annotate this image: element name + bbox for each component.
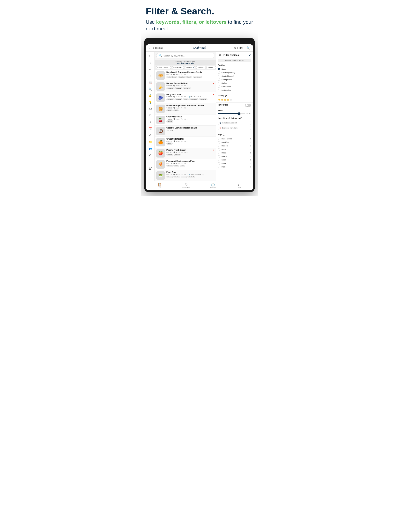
- filter-button[interactable]: ⚙ Filter: [233, 46, 244, 50]
- star-5[interactable]: ★: [230, 98, 232, 101]
- sidebar-item-swap[interactable]: ⇄: [147, 66, 154, 72]
- recipe-tags: Dessert Snacks: [166, 154, 212, 156]
- sort-option-last-cooked[interactable]: Last Cooked: [218, 89, 251, 92]
- tag-count-dessert: 2: [250, 145, 251, 147]
- list-item[interactable]: 🍌 Banana Smoothie Bowl ✂ 00:05 🍳 00:00 ☆…: [155, 81, 216, 92]
- includes-ingredient-input[interactable]: [222, 122, 250, 124]
- list-item[interactable]: 🥗 Poke Bowl ✂ 00:15 🍳 00:10 ☆ 5 🍽 2 🔗 Th…: [155, 170, 216, 181]
- list-item[interactable]: 🍕 Pepperoni Mediterranean Pizza ✂ 00:18 …: [155, 159, 216, 170]
- sort-option-cook-count[interactable]: Cook Count: [218, 85, 251, 89]
- sidebar-item-lock[interactable]: 🔒: [147, 93, 154, 99]
- tag-filter-row: Baked Goods 1 Breakfast 3 Dessert 2 Dinn…: [155, 65, 216, 70]
- tag-filter-dinner[interactable]: Dinner 3: [218, 148, 251, 151]
- sidebar-item-expand[interactable]: ›: [147, 174, 154, 180]
- search-input-wrap[interactable]: 🔍: [156, 53, 214, 58]
- recipe-tags: Dessert: [166, 120, 214, 122]
- tag-filter-drinks[interactable]: Drinks 1: [218, 151, 251, 155]
- tag-filter-label-breakfast: Breakfast: [221, 141, 229, 143]
- sort-option-name[interactable]: Name: [218, 67, 251, 71]
- rating-stars[interactable]: ★ ★ ★ ★ ★: [218, 98, 251, 101]
- star-4[interactable]: ★: [227, 98, 229, 101]
- sidebar-item-export[interactable]: ↦: [147, 53, 154, 59]
- tag-filter-label-drinks: Drinks: [221, 152, 227, 154]
- tag-filter-baked-goods[interactable]: Baked Goods 1: [218, 137, 251, 141]
- star-3[interactable]: ★: [224, 98, 226, 101]
- bottom-nav-all[interactable]: 📋 All: [146, 183, 173, 189]
- star-1[interactable]: ★: [218, 98, 220, 101]
- list-item[interactable]: 🍊 Grapefruit Mocktail ✂ 00:10 🍳 00:00 ☆ …: [155, 137, 216, 148]
- recipe-info: Cherry Ice cream ✂ 00:05 🍳 00:00 ☆ 5 🍽 6…: [166, 116, 214, 122]
- favourites-label: Favourites: [218, 104, 228, 106]
- list-item[interactable]: 🫐 Berry Acai Bowl ✂ 00:05 🍳 00:05 ☆ 5 🍽 …: [155, 92, 216, 103]
- prep-time: ✂ 00:05: [166, 85, 172, 87]
- sort-option-newest[interactable]: Created (newest): [218, 71, 251, 74]
- top-bar: ‹ ⊞ Display CookBook ⚙ Filter 🔍: [146, 44, 253, 52]
- recipe-meta: ✂ 00:05 🍳 00:10 ☆ 4 🍽 6: [166, 152, 212, 153]
- tag: Healthy: [175, 87, 182, 89]
- sort-option-rating[interactable]: Rating: [218, 81, 251, 85]
- tag: Italian: [174, 165, 180, 167]
- list-item[interactable]: 🥯 Bagels with Poppy and Sesame Seeds ✂ 0…: [155, 70, 216, 81]
- tag-filter-meat[interactable]: Meat 2: [218, 165, 251, 169]
- recipe-list: 🥯 Bagels with Poppy and Sesame Seeds ✂ 0…: [155, 70, 216, 181]
- tag-chip-breakfast[interactable]: Breakfast 3: [172, 66, 184, 69]
- sidebar-item-heart[interactable]: ♡: [147, 112, 154, 119]
- list-item[interactable]: 🍒 Cherry Ice cream ✂ 00:05 🍳 00:00 ☆ 5 🍽…: [155, 114, 216, 126]
- time-slider-track[interactable]: [218, 113, 245, 114]
- sidebar-item-calendar[interactable]: 📅: [147, 126, 154, 132]
- sidebar-item-tag[interactable]: 🏷: [147, 106, 154, 112]
- includes-ingredient-wrap: ⊕: [218, 121, 251, 125]
- sidebar-item-folder[interactable]: 📁: [147, 139, 154, 145]
- recipe-meta: ✂ 00:18 🍳 00:20 ☆ 5 🍽 2: [166, 163, 214, 164]
- sidebar-item-add[interactable]: +: [147, 73, 154, 79]
- search-magnifier-icon: 🔍: [158, 54, 162, 57]
- tag-count-dinner: 3: [250, 148, 251, 150]
- tag-chip-drinks[interactable]: Drinks 1: [206, 66, 216, 69]
- sidebar-item-search[interactable]: 🔍: [147, 86, 154, 92]
- favourites-toggle[interactable]: [245, 104, 251, 107]
- sidebar-item-timer[interactable]: ⏱: [147, 132, 154, 139]
- sidebar-item-settings[interactable]: ⚙: [147, 152, 154, 158]
- back-button[interactable]: ‹: [148, 46, 151, 50]
- tag-chip-dessert[interactable]: Dessert 2: [185, 66, 195, 69]
- tag-filter-italian[interactable]: Italian 1: [218, 158, 251, 162]
- sort-option-updated[interactable]: Last updated: [218, 78, 251, 81]
- sort-label-oldest: Created (oldest): [221, 75, 234, 77]
- display-button[interactable]: ⊞ Display: [153, 47, 163, 49]
- top-bar-right: ⚙ Filter 🔍: [216, 46, 251, 50]
- sidebar-item-chat[interactable]: 💬: [147, 165, 154, 171]
- recipe-tags: Drinks: [166, 143, 214, 145]
- time-slider-thumb[interactable]: [238, 112, 240, 115]
- search-button[interactable]: 🔍: [246, 46, 251, 50]
- sidebar-item-help[interactable]: ?: [147, 159, 154, 165]
- tag-chip-baked-goods[interactable]: Baked Goods 1: [156, 66, 171, 69]
- tag-filter-dessert[interactable]: Dessert 2: [218, 144, 251, 148]
- tag-chip-dinner[interactable]: Dinner 3: [196, 66, 206, 69]
- bottom-nav-tags[interactable]: 🏷 Tags: [226, 183, 253, 189]
- filter-icon: ⚙: [234, 46, 237, 50]
- list-item[interactable]: 🍔 Brioche Burgers with Buttermilk Chicke…: [155, 103, 216, 114]
- tag-filter-label-meat: Meat: [221, 166, 225, 168]
- search-input[interactable]: [163, 55, 212, 57]
- hero-section: Filter & Search. Use keywords, filters, …: [141, 0, 258, 36]
- sort-option-oldest[interactable]: Created (oldest): [218, 74, 251, 78]
- sidebar-item-list[interactable]: ≡: [147, 119, 154, 125]
- tag-filter-breakfast[interactable]: Breakfast 3: [218, 141, 251, 144]
- sidebar-item-book[interactable]: 📖: [147, 79, 154, 85]
- excludes-ingredient-input[interactable]: [222, 127, 250, 129]
- tag-filter-lunch[interactable]: Lunch 3: [218, 162, 251, 165]
- sidebar-item-bulb[interactable]: 💡: [147, 99, 154, 105]
- filter-confirm-button[interactable]: ✓: [249, 54, 251, 57]
- tag-count-baked-goods: 1: [250, 138, 251, 140]
- bottom-nav-favourites[interactable]: ♡ Favourites: [173, 183, 200, 189]
- sidebar-item-users[interactable]: 👥: [147, 146, 154, 152]
- tag-filter-healthy[interactable]: Healthy 3: [218, 155, 251, 158]
- recipe-tags: Baked Goods Breakfast Lunch Vegetarian: [166, 76, 214, 78]
- sidebar-item-home[interactable]: ⌂: [147, 59, 154, 66]
- sort-radio-name: [218, 68, 220, 70]
- list-item[interactable]: 🥥 Coconut Calming Tropical Snack ☆ 4 🍽 2: [155, 126, 216, 137]
- star-2[interactable]: ★: [221, 98, 224, 101]
- bottom-nav-recents[interactable]: 🕐 Recents: [200, 183, 226, 189]
- filter-trash-button[interactable]: 🗑: [218, 53, 222, 57]
- list-item[interactable]: 🍑 Peachy P with Cream ✂ 00:05 🍳 00:10 ☆ …: [155, 148, 216, 159]
